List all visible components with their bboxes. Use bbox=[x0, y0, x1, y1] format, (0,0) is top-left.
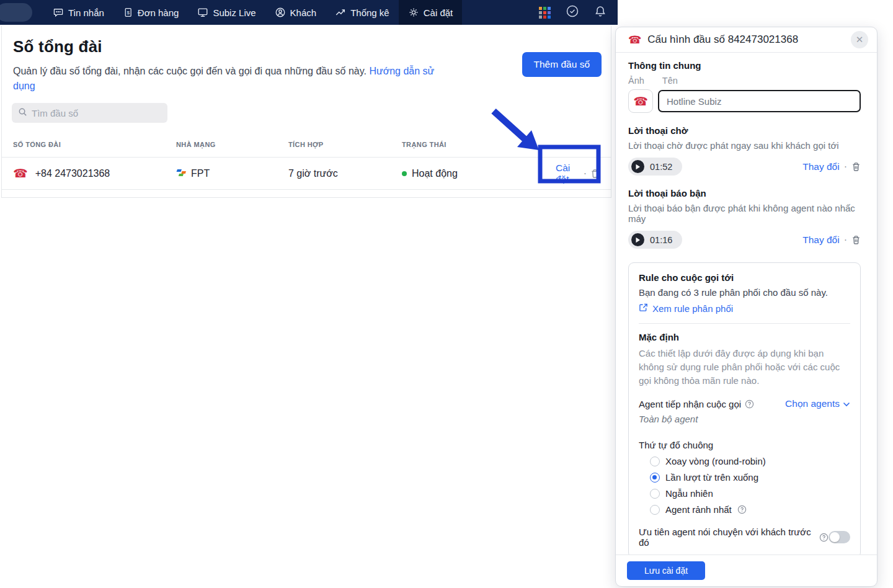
receipt-icon: $ bbox=[123, 7, 133, 18]
separator: · bbox=[844, 234, 847, 246]
photo-label: Ảnh bbox=[628, 76, 644, 86]
default-title: Mặc định bbox=[639, 332, 850, 342]
person-circle-icon bbox=[275, 7, 286, 18]
panel-title: Cấu hình đầu số 842473021368 bbox=[647, 33, 845, 46]
actions-separator: · bbox=[584, 168, 587, 179]
table-row: ☎ +84 2473021368 FPT 7 giờ trước Hoạt độ… bbox=[2, 158, 611, 190]
check-circle-icon[interactable] bbox=[566, 4, 579, 20]
busy-audio-player[interactable]: 01:16 bbox=[628, 231, 682, 249]
waiting-voice-description: Lời thoại chờ được phát ngay sau khi khá… bbox=[628, 140, 861, 151]
gear-icon bbox=[408, 7, 419, 18]
default-description: Các thiết lập dưới đây được áp dụng khi … bbox=[639, 347, 850, 388]
main-navigation: Tin nhắn $ Đơn hàng Subiz Live Khách Thố… bbox=[43, 0, 462, 25]
general-info-section: Thông tin chung Ảnh Tên ☎ bbox=[628, 60, 861, 113]
col-header-carrier: NHÀ MẠNG bbox=[176, 141, 288, 148]
navbar-right-actions bbox=[539, 4, 618, 20]
radio-icon bbox=[650, 489, 660, 499]
nav-item-customers[interactable]: Khách bbox=[265, 0, 326, 25]
delete-busy-voice-button[interactable] bbox=[851, 235, 861, 245]
toggle-knob bbox=[830, 532, 840, 542]
cell-phone-number: ☎ +84 2473021368 bbox=[13, 167, 176, 179]
chevron-down-icon bbox=[843, 398, 850, 409]
nav-label: Subiz Live bbox=[213, 7, 255, 18]
number-avatar[interactable]: ☎ bbox=[628, 89, 653, 113]
trend-line-icon bbox=[335, 7, 346, 18]
help-circle-icon bbox=[819, 533, 829, 542]
radio-option-top-down[interactable]: Lần lượt từ trên xuống bbox=[650, 472, 850, 483]
radio-option-most-idle[interactable]: Agent rảnh nhất bbox=[650, 504, 850, 515]
phone-icon: ☎ bbox=[633, 96, 648, 107]
app-screen: Tin nhắn $ Đơn hàng Subiz Live Khách Thố… bbox=[0, 0, 893, 588]
numbers-table: SỐ TỔNG ĐÀI NHÀ MẠNG TÍCH HỢP TRẠNG THÁI… bbox=[2, 131, 611, 190]
monitor-icon bbox=[197, 7, 208, 18]
radio-label: Ngẫu nhiên bbox=[665, 488, 713, 499]
radio-option-round-robin[interactable]: Xoay vòng (round-robin) bbox=[650, 456, 850, 466]
busy-voice-section: Lời thoại báo bận Lời thoại báo bận được… bbox=[628, 188, 861, 249]
row-settings-link[interactable]: Cài đặt bbox=[556, 163, 580, 185]
panel-body: Thông tin chung Ảnh Tên ☎ Lời thoại chờ … bbox=[616, 53, 877, 555]
choose-agents-dropdown[interactable]: Chọn agents bbox=[785, 398, 850, 409]
audio-duration: 01:16 bbox=[650, 235, 672, 245]
search-icon bbox=[18, 107, 27, 119]
col-header-status: TRẠNG THÁI bbox=[402, 141, 556, 148]
close-icon: ✕ bbox=[856, 34, 864, 45]
save-settings-button[interactable]: Lưu cài đặt bbox=[627, 561, 705, 580]
change-busy-voice-link[interactable]: Thay đổi bbox=[802, 234, 839, 246]
phone-number-text: +84 2473021368 bbox=[35, 168, 110, 179]
table-header-row: SỐ TỔNG ĐÀI NHÀ MẠNG TÍCH HỢP TRẠNG THÁI bbox=[2, 131, 611, 158]
all-agents-value: Toàn bộ agent bbox=[639, 414, 850, 424]
separator: · bbox=[844, 161, 847, 172]
radio-icon-checked bbox=[650, 473, 660, 483]
agent-receive-row: Agent tiếp nhận cuộc gọi Chọn agents bbox=[639, 398, 850, 409]
help-circle-icon bbox=[745, 399, 754, 409]
radio-label: Agent rảnh nhất bbox=[665, 504, 732, 515]
divider bbox=[639, 323, 850, 324]
priority-agent-toggle[interactable] bbox=[829, 531, 850, 543]
play-icon bbox=[631, 160, 644, 173]
cell-actions: Cài đặt · bbox=[556, 163, 600, 185]
waiting-audio-player[interactable]: 01:52 bbox=[628, 158, 682, 176]
nav-item-statistics[interactable]: Thống kê bbox=[326, 0, 399, 25]
delete-waiting-voice-button[interactable] bbox=[851, 162, 861, 172]
radio-option-random[interactable]: Ngẫu nhiên bbox=[650, 488, 850, 499]
apps-grid-icon[interactable] bbox=[539, 7, 551, 19]
add-number-button[interactable]: Thêm đầu số bbox=[522, 52, 602, 77]
busy-voice-description: Lời thoại báo bận được phát khi không ag… bbox=[628, 203, 861, 224]
nav-label: Thống kê bbox=[350, 7, 389, 18]
general-section-title: Thông tin chung bbox=[628, 60, 861, 71]
bell-icon[interactable] bbox=[594, 5, 606, 20]
close-panel-button[interactable]: ✕ bbox=[851, 31, 868, 48]
waiting-voice-title: Lời thoại chờ bbox=[628, 125, 861, 136]
phone-icon: ☎ bbox=[13, 167, 28, 179]
nav-item-orders[interactable]: $ Đơn hàng bbox=[113, 0, 189, 25]
priority-agent-label: Ưu tiên agent nói chuyện với khách trước… bbox=[639, 527, 815, 548]
nav-item-messages[interactable]: Tin nhắn bbox=[43, 0, 113, 25]
cell-carrier: FPT bbox=[176, 168, 288, 179]
radio-label: Lần lượt từ trên xuống bbox=[665, 472, 758, 483]
svg-text:$: $ bbox=[127, 10, 130, 16]
number-config-panel: ☎ Cấu hình đầu số 842473021368 ✕ Thông t… bbox=[615, 27, 877, 587]
nav-item-subiz-live[interactable]: Subiz Live bbox=[188, 0, 265, 25]
view-rules-link[interactable]: Xem rule phân phối bbox=[652, 303, 733, 314]
top-navbar: Tin nhắn $ Đơn hàng Subiz Live Khách Thố… bbox=[0, 0, 618, 25]
page-description: Quản lý đầu số tổng đài, nhận các cuộc g… bbox=[13, 64, 441, 94]
audio-duration: 01:52 bbox=[650, 162, 672, 172]
change-waiting-voice-link[interactable]: Thay đổi bbox=[802, 161, 839, 172]
search-input[interactable] bbox=[32, 108, 161, 118]
radio-label: Xoay vòng (round-robin) bbox=[665, 456, 766, 466]
page-description-text: Quản lý đầu số tổng đài, nhận các cuộc g… bbox=[13, 66, 369, 76]
incoming-call-rules-card: Rule cho cuộc gọi tới Bạn đang có 3 rule… bbox=[628, 262, 861, 555]
status-text: Hoạt động bbox=[412, 168, 458, 179]
cell-integration: 7 giờ trước bbox=[288, 168, 402, 179]
delete-number-button[interactable] bbox=[590, 169, 600, 179]
col-header-integration: TÍCH HỢP bbox=[288, 141, 402, 148]
phone-icon: ☎ bbox=[628, 35, 641, 45]
number-name-input[interactable] bbox=[658, 90, 861, 112]
radio-icon bbox=[650, 505, 660, 515]
carrier-name: FPT bbox=[191, 168, 210, 179]
ring-order-options: Xoay vòng (round-robin) Lần lượt từ trên… bbox=[639, 456, 850, 515]
nav-label: Cài đặt bbox=[424, 7, 453, 18]
nav-item-settings[interactable]: Cài đặt bbox=[399, 0, 463, 25]
radio-icon bbox=[650, 457, 660, 466]
panel-header: ☎ Cấu hình đầu số 842473021368 ✕ bbox=[616, 27, 877, 53]
